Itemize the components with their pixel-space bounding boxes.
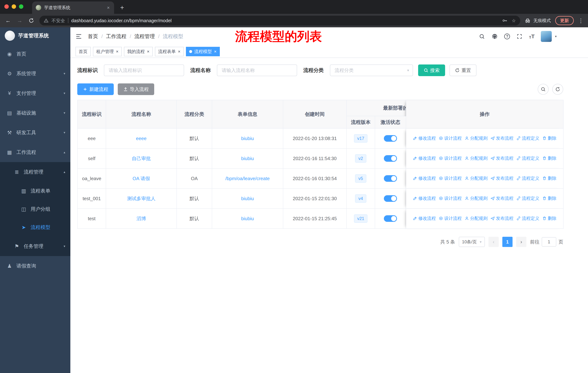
active-toggle[interactable] [384,175,397,182]
browser-tab[interactable]: 芋道管理系统 × [32,1,114,14]
browser-menu-icon[interactable]: ⋮ [578,18,584,24]
create-process-button[interactable]: 新建流程 [77,83,114,95]
sidebar-item-process-model[interactable]: ➤ 流程模型 [0,218,70,236]
form-link[interactable]: biubiu [241,216,254,221]
new-tab-button[interactable]: + [117,2,127,13]
avatar[interactable] [541,31,552,42]
assign-rule-link[interactable]: 分配规则 [465,155,488,161]
forward-button[interactable]: → [16,18,23,23]
tag-tenant-management[interactable]: 租户管理 × [93,47,122,56]
process-name-input[interactable] [217,64,297,76]
tag-close-icon[interactable]: × [178,49,180,54]
close-window-button[interactable] [4,4,9,9]
search-button[interactable]: 搜索 [418,64,445,76]
process-definition-link[interactable]: 流程定义 [516,195,539,201]
bookmark-star-icon[interactable]: ☆ [512,18,516,23]
tag-close-icon[interactable]: × [116,49,118,54]
assign-rule-link[interactable]: 分配规则 [465,175,488,181]
sidebar-item-system[interactable]: ⚙ 系统管理 ▾ [0,64,70,83]
minimize-window-button[interactable] [12,4,16,9]
current-page-button[interactable]: 1 [502,237,513,247]
active-toggle[interactable] [384,215,397,222]
prev-page-button[interactable]: ‹ [488,237,499,247]
design-process-link[interactable]: 设计流程 [439,215,462,221]
refresh-table-button[interactable] [552,84,563,95]
form-link[interactable]: /bpm/oa/leave/create [225,176,270,181]
tag-process-form[interactable]: 流程表单 × [155,47,184,56]
version-badge[interactable]: v2 [355,154,366,163]
sidebar-item-process-management[interactable]: ≣ 流程管理 ▴ [0,162,70,182]
active-toggle[interactable] [384,195,397,202]
github-icon[interactable] [491,33,498,40]
version-badge[interactable]: v4 [355,194,366,203]
password-key-icon[interactable] [502,18,507,23]
publish-process-link[interactable]: 发布流程 [491,215,514,221]
form-link[interactable]: biubiu [241,136,254,141]
design-process-link[interactable]: 设计流程 [439,175,462,181]
tag-close-icon[interactable]: × [147,49,149,54]
sidebar-item-task-management[interactable]: ⚑ 任务管理 ▾ [0,236,70,256]
sidebar-item-user-group[interactable]: ◫ 用户分组 [0,200,70,218]
process-name-link[interactable]: 测试多审批人 [127,196,156,201]
help-icon[interactable]: ? [504,33,510,39]
assign-rule-link[interactable]: 分配规则 [465,135,488,141]
publish-process-link[interactable]: 发布流程 [491,155,514,161]
reload-button[interactable] [28,18,35,23]
app-logo[interactable]: 芋道管理系统 [0,27,70,44]
form-link[interactable]: biubiu [241,156,254,161]
design-process-link[interactable]: 设计流程 [439,155,462,161]
toggle-search-button[interactable] [538,84,549,95]
process-name-link[interactable]: OA 请假 [133,176,150,181]
browser-update-button[interactable]: 更新 [555,16,574,25]
breadcrumb-workflow[interactable]: 工作流程 [106,33,126,40]
incognito-badge[interactable]: 无痕模式 [525,18,551,24]
sidebar-item-home[interactable]: ◉ 首页 [0,44,70,64]
process-name-link[interactable]: eeee [136,136,147,141]
process-definition-link[interactable]: 流程定义 [516,155,539,161]
design-process-link[interactable]: 设计流程 [439,195,462,201]
tab-close-icon[interactable]: × [106,5,110,10]
tag-my-process[interactable]: 我的流程 × [124,47,153,56]
font-size-icon[interactable]: TT [529,33,535,40]
assign-rule-link[interactable]: 分配规则 [465,195,488,201]
sidebar-item-dev-tools[interactable]: ⚒ 研发工具 ▾ [0,123,70,142]
active-toggle[interactable] [384,155,397,162]
version-badge[interactable]: v17 [354,134,368,143]
delete-link[interactable]: 删除 [542,215,556,221]
publish-process-link[interactable]: 发布流程 [491,175,514,181]
delete-link[interactable]: 删除 [542,175,556,181]
delete-link[interactable]: 删除 [542,155,556,161]
page-size-select[interactable]: 10条/页 ▾ [459,237,485,247]
delete-link[interactable]: 删除 [542,135,556,141]
process-name-link[interactable]: 滔博 [136,216,146,221]
url-text[interactable]: dashboard.yudao.iocoder.cn/bpm/manager/m… [71,18,171,23]
process-key-input[interactable] [104,64,184,76]
process-category-select[interactable]: 流程分类 ▾ [330,64,413,76]
tag-close-icon[interactable]: × [214,49,217,54]
process-definition-link[interactable]: 流程定义 [516,215,539,221]
active-toggle[interactable] [384,135,397,142]
edit-process-link[interactable]: 修改流程 [413,195,436,201]
next-page-button[interactable]: › [516,237,526,247]
assign-rule-link[interactable]: 分配规则 [465,215,488,221]
sidebar-item-workflow[interactable]: ▦ 工作流程 ▴ [0,142,70,162]
edit-process-link[interactable]: 修改流程 [413,215,436,221]
process-name-link[interactable]: 自己审批 [132,156,151,161]
edit-process-link[interactable]: 修改流程 [413,135,436,141]
process-definition-link[interactable]: 流程定义 [516,175,539,181]
back-button[interactable]: ← [4,18,12,23]
edit-process-link[interactable]: 修改流程 [413,175,436,181]
version-badge[interactable]: v5 [355,174,366,183]
tag-process-model[interactable]: 流程模型 × [186,47,220,56]
sidebar-toggle-icon[interactable] [75,33,82,40]
delete-link[interactable]: 删除 [542,195,556,201]
breadcrumb-process-management[interactable]: 流程管理 [135,33,155,40]
import-process-button[interactable]: 导入流程 [118,83,154,95]
search-icon[interactable] [479,33,485,40]
window-controls[interactable] [4,1,27,14]
breadcrumb-home[interactable]: 首页 [88,33,98,40]
sidebar-item-infrastructure[interactable]: ▤ 基础设施 ▾ [0,103,70,123]
fullscreen-icon[interactable] [516,33,523,40]
publish-process-link[interactable]: 发布流程 [491,135,514,141]
process-definition-link[interactable]: 流程定义 [516,135,539,141]
